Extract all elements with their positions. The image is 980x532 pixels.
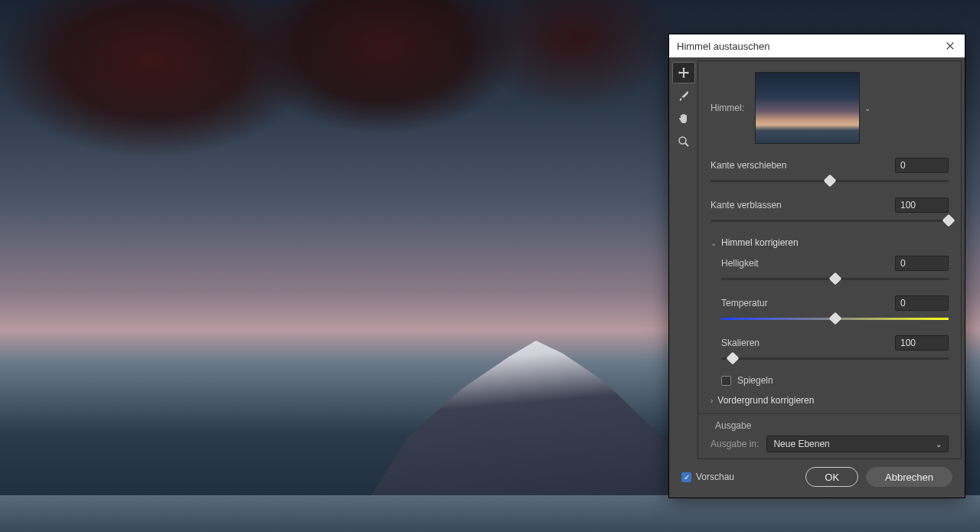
brightness-input[interactable] (895, 256, 949, 271)
preview-checkbox-row[interactable]: ✓ Vorschau (681, 472, 734, 482)
edge-shift-input[interactable] (895, 158, 949, 173)
edge-fade-label: Kante verblassen (710, 200, 782, 211)
flip-label: Spiegeln (737, 375, 773, 386)
brush-tool[interactable] (672, 85, 695, 106)
sky-replacement-dialog: Himmel austauschen Himmel: (668, 34, 965, 498)
zoom-tool[interactable] (672, 131, 695, 152)
section-label: Vordergrund korrigieren (717, 395, 814, 406)
close-icon (945, 41, 956, 51)
bg-water (0, 495, 980, 532)
sky-preset-picker[interactable]: ⌄ (755, 72, 860, 144)
zoom-icon (678, 135, 690, 148)
scale-slider[interactable] (721, 354, 949, 364)
chevron-down-icon: ⌄ (710, 239, 717, 247)
dialog-title: Himmel austauschen (677, 41, 769, 52)
output-title: Ausgabe (715, 420, 949, 431)
brightness-label: Helligkeit (721, 258, 759, 269)
tool-strip (669, 57, 697, 459)
flip-checkbox-row[interactable]: Spiegeln (721, 375, 949, 386)
chevron-right-icon: › (710, 397, 713, 405)
sky-thumbnail (755, 72, 860, 144)
brightness-slider[interactable] (721, 274, 949, 285)
cancel-button[interactable]: Abbrechen (866, 467, 952, 487)
move-icon (678, 67, 690, 79)
bg-mountain (368, 341, 704, 501)
settings-panel: Himmel: ⌄ Kante verschieben Kante verbla… (697, 60, 962, 459)
preview-checkbox[interactable]: ✓ (681, 472, 691, 482)
svg-point-0 (679, 137, 686, 144)
foreground-adjust-section[interactable]: › Vordergrund korrigieren (710, 395, 949, 406)
bg-leaves (0, 0, 689, 245)
brush-icon (678, 90, 690, 102)
output-label: Ausgabe in: (710, 439, 759, 449)
preview-label: Vorschau (696, 472, 734, 482)
output-value: Neue Ebenen (773, 439, 829, 449)
dialog-titlebar[interactable]: Himmel austauschen (669, 34, 965, 57)
output-select[interactable]: Neue Ebenen ⌄ (766, 436, 949, 452)
flip-checkbox[interactable] (721, 376, 731, 386)
temperature-slider[interactable] (721, 314, 949, 325)
temperature-label: Temperatur (721, 298, 768, 308)
sky-adjust-section[interactable]: ⌄ Himmel korrigieren (710, 237, 949, 248)
scale-input[interactable] (895, 335, 949, 351)
edge-shift-label: Kante verschieben (710, 160, 786, 171)
sky-label: Himmel: (710, 103, 744, 113)
move-tool[interactable] (672, 62, 695, 83)
ok-button[interactable]: OK (805, 467, 858, 487)
section-label: Himmel korrigieren (721, 237, 799, 248)
scale-label: Skalieren (721, 338, 760, 348)
close-button[interactable] (943, 39, 957, 53)
edge-fade-input[interactable] (895, 197, 949, 213)
hand-tool[interactable] (672, 108, 695, 129)
chevron-down-icon: ⌄ (864, 104, 871, 113)
temperature-input[interactable] (895, 295, 949, 311)
chevron-down-icon: ⌄ (936, 440, 942, 449)
hand-icon (678, 113, 690, 125)
edge-fade-slider[interactable] (710, 216, 949, 227)
edge-shift-slider[interactable] (710, 176, 949, 187)
